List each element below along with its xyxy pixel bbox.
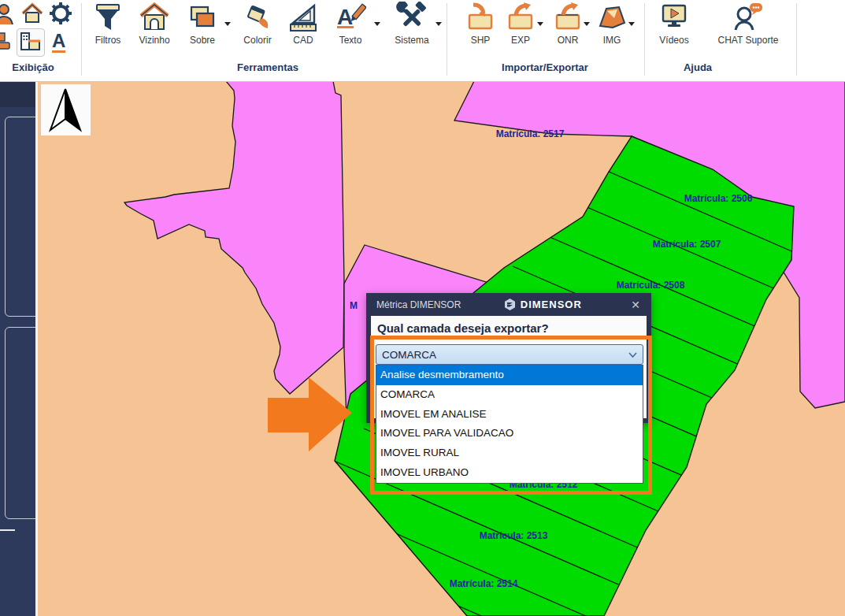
parcel-label: Matrícula: 2506: [684, 193, 753, 204]
layer-option[interactable]: IMOVEL URBANO: [376, 463, 643, 483]
sidebar-divider: [0, 529, 15, 531]
ribbon-separator: [796, 3, 797, 76]
video-monitor-icon: [658, 2, 690, 35]
chevron-down-icon: [628, 352, 637, 358]
parcel-label: Matrícula: 2507: [653, 239, 721, 250]
combobox-value: COMARCA: [382, 349, 436, 361]
import-shp-icon: [465, 2, 496, 35]
dialog-question: Qual camada deseja exportar?: [377, 321, 640, 335]
gear-icon[interactable]: [49, 2, 72, 28]
texto-dropdown-arrow[interactable]: [374, 22, 380, 26]
exp-button[interactable]: EXP: [498, 2, 543, 46]
toolbar-ribbon: A Exibição Ferramentas Importar/Exportar…: [0, 0, 845, 82]
parcel-label: Matrícula: 2517: [496, 128, 565, 139]
layers-icon: [187, 2, 218, 35]
filtros-button[interactable]: Filtros: [86, 2, 130, 46]
funnel-icon: [92, 2, 124, 35]
ribbon-separator: [644, 3, 645, 76]
cad-button[interactable]: CAD: [281, 2, 325, 46]
stamp-icon[interactable]: [0, 30, 13, 57]
parcel-label: Matrícula: 2514: [450, 578, 518, 589]
sistema-button[interactable]: Sistema: [390, 2, 434, 46]
left-sidebar[interactable]: [0, 81, 38, 616]
layer-option[interactable]: IMOVEL PARA VALIDACAO: [376, 424, 643, 443]
layer-option[interactable]: IMOVEL EM ANALISE: [376, 405, 643, 425]
sistema-dropdown-arrow[interactable]: [435, 22, 442, 26]
set-square-icon: [287, 2, 319, 35]
sidebar-header: [0, 81, 35, 107]
texto-button[interactable]: A Texto: [328, 2, 372, 46]
parcel-label: Matrícula: 2508: [617, 280, 685, 291]
shp-button[interactable]: SHP: [458, 2, 502, 46]
layer-option[interactable]: Analise desmembramento: [376, 366, 643, 385]
img-button[interactable]: IMG: [590, 2, 634, 46]
exp-dropdown-arrow[interactable]: [537, 22, 543, 26]
img-dropdown-arrow[interactable]: [628, 22, 635, 26]
export-icon: [505, 2, 536, 35]
image-map-icon: [596, 2, 628, 35]
text-icon: A: [335, 2, 366, 35]
parcel-label: Matrícula: 2513: [480, 530, 548, 541]
sobre-button[interactable]: Sobre: [180, 2, 224, 46]
layer-combobox[interactable]: COMARCA: [376, 344, 643, 365]
chat-support-icon: [732, 2, 764, 35]
layer-option-list: Analise desmembramentoCOMARCAIMOVEL EM A…: [376, 365, 643, 484]
layer-option[interactable]: IMOVEL RURAL: [376, 443, 643, 463]
group-label-exibicao: Exibição: [12, 61, 54, 73]
videos-button[interactable]: Vídeos: [652, 2, 696, 46]
north-arrow: [41, 84, 91, 135]
group-label-ferramentas: Ferramentas: [237, 61, 298, 73]
svg-text:A: A: [337, 5, 353, 29]
onr-dropdown-arrow[interactable]: [584, 22, 590, 26]
close-icon[interactable]: ✕: [624, 299, 647, 311]
dimensor-logo-icon: [504, 299, 516, 310]
export-onr-icon: [552, 2, 584, 35]
group-label-importar-exportar: Importar/Exportar: [502, 61, 588, 73]
paint-bucket-icon: [242, 2, 273, 35]
dimensor-brand: DIMENSOR: [461, 299, 624, 310]
layers-building-button[interactable]: [17, 28, 45, 57]
dialog-title: Métrica DIMENSOR: [371, 299, 461, 310]
colorir-button[interactable]: Colorir: [235, 2, 280, 46]
dialog-titlebar[interactable]: Métrica DIMENSOR DIMENSOR ✕: [371, 293, 647, 316]
home-icon[interactable]: [20, 2, 44, 29]
ribbon-separator: [447, 3, 447, 76]
ribbon-separator: [81, 3, 82, 76]
layer-option[interactable]: COMARCA: [376, 385, 643, 405]
font-style-button[interactable]: A: [52, 32, 65, 53]
parcel-label: M: [312, 422, 320, 433]
chat-suporte-button[interactable]: CHAT Suporte: [709, 2, 788, 46]
sidebar-panel-top[interactable]: [5, 117, 38, 317]
sobre-dropdown-arrow[interactable]: [224, 22, 231, 26]
sidebar-panel-bottom[interactable]: [5, 327, 38, 519]
tools-icon: [396, 2, 428, 35]
house-icon: [139, 2, 170, 35]
group-label-ajuda: Ajuda: [684, 61, 712, 73]
vizinho-button[interactable]: Vizinho: [132, 2, 176, 46]
parcel-label: M: [350, 300, 358, 311]
user-icon[interactable]: [0, 2, 16, 29]
